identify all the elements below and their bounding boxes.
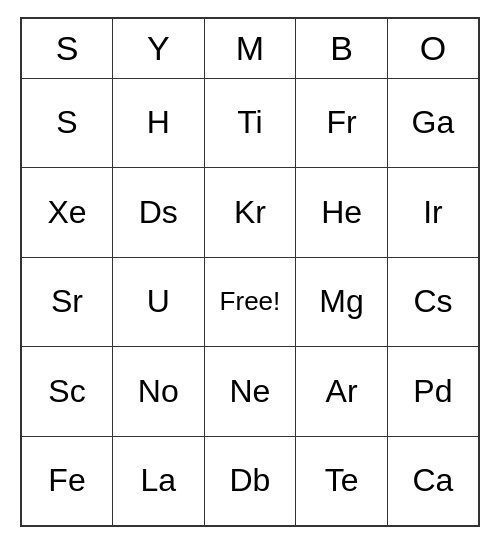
- bingo-cell-4-3: Te: [296, 436, 388, 526]
- bingo-row-2: SrUFree!MgCs: [21, 257, 479, 347]
- bingo-cell-1-1: Ds: [113, 168, 205, 258]
- bingo-cell-4-1: La: [113, 436, 205, 526]
- bingo-cell-1-3: He: [296, 168, 388, 258]
- bingo-row-1: XeDsKrHeIr: [21, 168, 479, 258]
- bingo-cell-4-0: Fe: [21, 436, 113, 526]
- bingo-cell-0-1: H: [113, 78, 205, 168]
- bingo-cell-2-1: U: [113, 257, 205, 347]
- header-col-s: S: [21, 18, 113, 78]
- bingo-cell-0-2: Ti: [204, 78, 296, 168]
- bingo-cell-4-4: Ca: [387, 436, 479, 526]
- bingo-cell-3-2: Ne: [204, 347, 296, 437]
- header-col-y: Y: [113, 18, 205, 78]
- bingo-row-4: FeLaDbTeCa: [21, 436, 479, 526]
- bingo-cell-2-2: Free!: [204, 257, 296, 347]
- bingo-cell-0-4: Ga: [387, 78, 479, 168]
- bingo-cell-3-1: No: [113, 347, 205, 437]
- header-col-o: O: [387, 18, 479, 78]
- bingo-cell-1-0: Xe: [21, 168, 113, 258]
- bingo-cell-3-0: Sc: [21, 347, 113, 437]
- bingo-cell-0-3: Fr: [296, 78, 388, 168]
- header-col-m: M: [204, 18, 296, 78]
- bingo-cell-3-3: Ar: [296, 347, 388, 437]
- header-col-b: B: [296, 18, 388, 78]
- bingo-cell-4-2: Db: [204, 436, 296, 526]
- bingo-cell-2-3: Mg: [296, 257, 388, 347]
- bingo-card: SYMBO SHTiFrGaXeDsKrHeIrSrUFree!MgCsScNo…: [20, 17, 480, 527]
- bingo-cell-3-4: Pd: [387, 347, 479, 437]
- bingo-cell-0-0: S: [21, 78, 113, 168]
- bingo-row-3: ScNoNeArPd: [21, 347, 479, 437]
- bingo-cell-2-0: Sr: [21, 257, 113, 347]
- bingo-row-0: SHTiFrGa: [21, 78, 479, 168]
- bingo-cell-2-4: Cs: [387, 257, 479, 347]
- header-row: SYMBO: [21, 18, 479, 78]
- bingo-cell-1-2: Kr: [204, 168, 296, 258]
- bingo-cell-1-4: Ir: [387, 168, 479, 258]
